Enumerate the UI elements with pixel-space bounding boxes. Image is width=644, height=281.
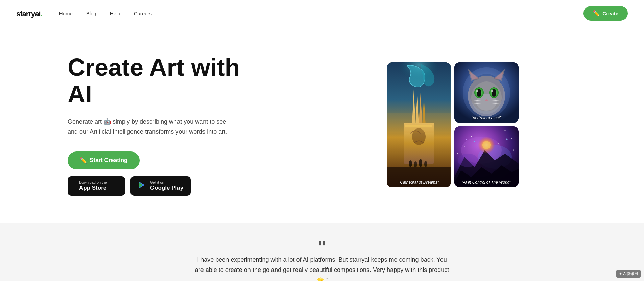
store-buttons: Download on the App Store Ge xyxy=(68,176,191,196)
svg-point-54 xyxy=(466,139,467,140)
app-store-text: Download on the App Store xyxy=(79,180,107,192)
svg-point-36 xyxy=(481,130,482,130)
svg-point-23 xyxy=(476,90,478,92)
svg-point-46 xyxy=(513,150,514,151)
navigation: starryai . Home Blog Help Careers ✏️ Cre… xyxy=(0,0,644,27)
svg-point-38 xyxy=(504,130,505,131)
cat-image: "portrait of a cat" xyxy=(454,62,519,123)
watermark-icon: ✦ xyxy=(619,272,622,276)
svg-point-34 xyxy=(461,131,461,132)
google-play-small-text: Get it on xyxy=(150,180,164,185)
nav-create-button[interactable]: ✏️ Create xyxy=(583,6,628,21)
galaxy-image: "AI in Control of The World" xyxy=(454,126,519,187)
nav-links: Home Blog Help Careers xyxy=(59,10,584,17)
google-play-text: Get it on Google Play xyxy=(150,180,183,192)
testimonial-text: I have been experimenting with a lot of … xyxy=(194,255,451,281)
nav-help[interactable]: Help xyxy=(110,10,120,16)
svg-point-37 xyxy=(495,135,495,135)
svg-point-24 xyxy=(491,90,493,92)
logo[interactable]: starryai . xyxy=(16,9,43,18)
svg-point-51 xyxy=(458,154,478,167)
hero-buttons: ✏️ Start Creating Download on the App St… xyxy=(68,151,243,196)
hero-images: "Cathedral of Dreams" xyxy=(277,62,628,187)
hero-subtitle-line1: Generate art 🤖 simply by describing what… xyxy=(68,118,226,125)
hero-title: Create Art with AI xyxy=(68,54,243,108)
app-store-large-text: App Store xyxy=(79,185,106,191)
pencil-icon: ✏️ xyxy=(593,10,600,17)
svg-point-8 xyxy=(424,161,427,167)
art-images-grid: "Cathedral of Dreams" xyxy=(387,62,519,187)
hero-content: Create Art with AI Generate art 🤖 simply… xyxy=(68,54,243,196)
testimonial-section: " I have been experimenting with a lot o… xyxy=(0,223,644,281)
svg-point-39 xyxy=(511,138,512,139)
cathedral-label: "Cathedral of Dreams" xyxy=(387,180,451,185)
svg-point-6 xyxy=(414,161,417,167)
svg-point-42 xyxy=(457,153,458,154)
watermark-text: AI资讯网 xyxy=(623,271,638,276)
hero-subtitle: Generate art 🤖 simply by describing what… xyxy=(68,117,243,137)
google-play-large-text: Google Play xyxy=(150,185,183,191)
app-store-button[interactable]: Download on the App Store xyxy=(68,176,125,196)
svg-point-41 xyxy=(510,145,510,145)
start-creating-label: Start Creating xyxy=(90,157,127,164)
hero-subtitle-line2: and our Artificial Intelligence transfor… xyxy=(68,128,227,135)
quote-mark: " xyxy=(16,243,628,251)
logo-text: starryai xyxy=(16,9,41,18)
svg-rect-10 xyxy=(387,113,451,133)
play-icon xyxy=(138,181,146,191)
nav-careers[interactable]: Careers xyxy=(134,10,152,16)
svg-point-7 xyxy=(419,159,422,167)
start-pencil-icon: ✏️ xyxy=(80,157,87,164)
svg-point-50 xyxy=(482,141,491,149)
watermark: ✦ AI资讯网 xyxy=(616,270,641,278)
svg-point-5 xyxy=(409,160,412,167)
nav-home[interactable]: Home xyxy=(59,10,73,16)
hero-section: Create Art with AI Generate art 🤖 simply… xyxy=(0,27,644,223)
logo-dot: . xyxy=(41,9,43,18)
nav-blog[interactable]: Blog xyxy=(86,10,96,16)
svg-point-52 xyxy=(474,141,475,142)
app-store-small-text: Download on the xyxy=(79,180,107,185)
start-creating-button[interactable]: ✏️ Start Creating xyxy=(68,151,140,169)
svg-point-21 xyxy=(477,89,481,97)
svg-point-35 xyxy=(471,136,472,137)
svg-point-22 xyxy=(492,89,496,97)
galaxy-label: "AI in Control of The World" xyxy=(454,180,519,185)
create-button-label: Create xyxy=(602,10,618,16)
google-play-button[interactable]: Get it on Google Play xyxy=(130,176,191,196)
cathedral-image: "Cathedral of Dreams" xyxy=(387,62,451,187)
cat-label: "portrait of a cat" xyxy=(454,116,519,120)
svg-point-53 xyxy=(506,139,507,140)
